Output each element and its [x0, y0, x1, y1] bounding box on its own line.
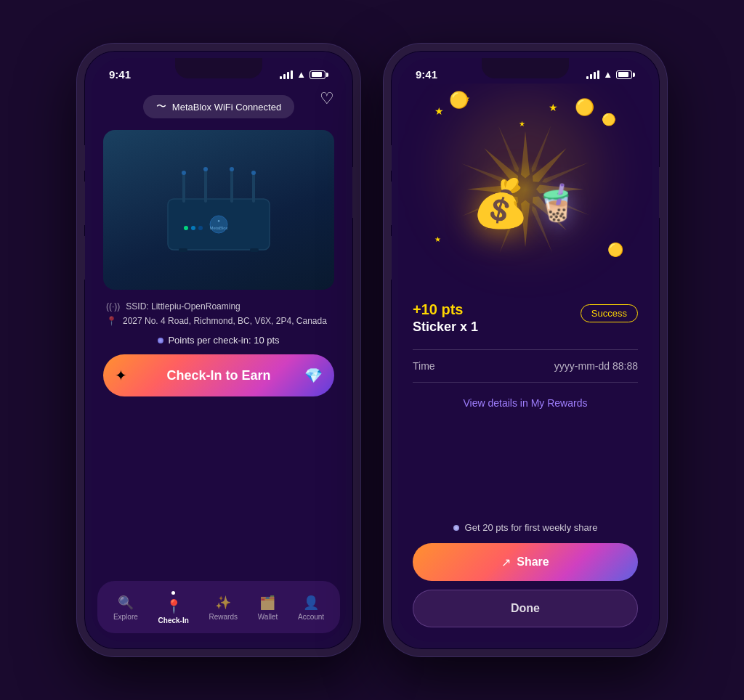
- svg-point-7: [230, 167, 234, 171]
- reward-points: +10 pts: [413, 301, 478, 318]
- done-button[interactable]: Done: [413, 590, 638, 627]
- points-dot: [158, 338, 163, 343]
- rewards-icon: ✨: [215, 595, 231, 611]
- svg-point-5: [182, 171, 186, 175]
- silent-button-2: [389, 145, 392, 171]
- volume-up-button-2: [389, 182, 392, 225]
- power-button: [352, 167, 355, 218]
- phone-2-frame: 9:41 ▲: [384, 44, 667, 656]
- explore-icon: 🔍: [118, 595, 134, 611]
- svg-point-8: [251, 171, 256, 175]
- svg-point-6: [203, 167, 208, 171]
- wifi-badge-icon: 〜: [156, 100, 166, 113]
- account-label: Account: [298, 613, 324, 621]
- treasure-chest-icon: 💰: [472, 176, 530, 231]
- ssid-text: SSID: Littlepiu-OpenRoaming: [126, 301, 240, 312]
- account-icon: 👤: [303, 595, 319, 611]
- notch: [175, 58, 262, 78]
- star-4: ★: [434, 235, 441, 243]
- svg-rect-15: [179, 248, 187, 252]
- heart-icon[interactable]: ♡: [320, 89, 334, 108]
- phone-1-screen: 9:41 ▲ ♡ 〜: [92, 58, 346, 642]
- reward-header: +10 pts Sticker x 1 Success: [413, 301, 638, 335]
- time-value: yyyy-mm-dd 88:88: [554, 360, 638, 372]
- router-card: ● MetaBlox: [103, 130, 334, 290]
- phone-2-screen: 9:41 ▲: [398, 58, 652, 642]
- signal-detail-icon: ((·)): [106, 301, 120, 312]
- svg-text:MetaBlox: MetaBlox: [209, 226, 227, 230]
- share-button-label: Share: [517, 555, 549, 569]
- share-icon: ↗: [501, 555, 511, 569]
- checkin-nav-icon: 📍: [166, 598, 182, 614]
- active-indicator: [171, 591, 175, 595]
- signal-icon: [280, 70, 293, 79]
- coin-3: 🟡: [602, 113, 616, 126]
- wallet-label: Wallet: [258, 613, 278, 621]
- screen-content: ♡ 〜 MetaBlox WiFi Connected: [92, 84, 346, 581]
- status-icons: ▲: [280, 69, 328, 80]
- address-row: 📍 2027 No. 4 Road, Richmond, BC, V6X, 2P…: [106, 316, 331, 326]
- power-button-2: [659, 167, 662, 218]
- svg-rect-1: [182, 174, 185, 203]
- nav-explore[interactable]: 🔍 Explore: [108, 592, 144, 624]
- silent-button: [82, 145, 85, 171]
- svg-rect-4: [252, 174, 255, 203]
- wifi-status-icon-2: ▲: [603, 69, 612, 80]
- volume-down-button-2: [389, 236, 392, 280]
- sparkle-right-icon: 💎: [304, 367, 323, 384]
- reward-item: Sticker x 1: [413, 320, 478, 335]
- share-prompt: Get 20 pts for first weekly share: [413, 522, 638, 533]
- time-label: Time: [413, 360, 435, 372]
- notch-2: [482, 58, 569, 78]
- ssid-row: ((·)) SSID: Littlepiu-OpenRoaming: [106, 301, 331, 312]
- star-1: ★: [434, 105, 444, 117]
- svg-point-12: [184, 226, 188, 230]
- reward-details: +10 pts Sticker x 1: [413, 301, 478, 335]
- star-3: ★: [549, 102, 558, 113]
- points-text: Points per check-in: 10 pts: [168, 335, 279, 346]
- wifi-badge-text: MetaBlox WiFi Connected: [172, 102, 281, 113]
- checkin-label: Check-In: [158, 616, 189, 624]
- sparkle-left-icon: ✦: [115, 367, 127, 384]
- done-button-label: Done: [511, 602, 540, 615]
- status-time: 9:41: [109, 68, 131, 81]
- volume-up-button: [82, 182, 85, 225]
- volume-down-button: [82, 236, 85, 280]
- nav-account[interactable]: 👤 Account: [292, 592, 330, 624]
- coin-4: 🟡: [607, 242, 623, 258]
- treasure-area: 💰 🧋: [472, 176, 579, 231]
- nav-rewards[interactable]: ✨ Rewards: [203, 592, 243, 624]
- battery-icon-2: [616, 70, 635, 79]
- reward-illustration: ★ ★ ★ ★ ★ 🟡 🟡 🟡 🟡 💰 🧋: [413, 84, 638, 301]
- wifi-connected-badge: 〜 MetaBlox WiFi Connected: [143, 95, 294, 118]
- nav-checkin[interactable]: 📍 Check-In: [153, 588, 195, 627]
- explore-label: Explore: [113, 613, 138, 621]
- svg-rect-2: [204, 170, 207, 203]
- battery-icon: [310, 70, 328, 79]
- signal-icon-2: [586, 70, 599, 79]
- share-button[interactable]: ↗ Share: [413, 543, 638, 581]
- svg-point-13: [191, 226, 195, 230]
- nav-wallet[interactable]: 🗂️ Wallet: [252, 592, 283, 624]
- phone-1: 9:41 ▲ ♡ 〜: [77, 44, 360, 656]
- star-5: ★: [519, 120, 525, 128]
- rewards-label: Rewards: [209, 613, 238, 621]
- router-info: ((·)) SSID: Littlepiu-OpenRoaming 📍 2027…: [103, 301, 334, 326]
- wallet-icon: 🗂️: [259, 595, 275, 611]
- share-prompt-dot: [453, 525, 459, 531]
- share-prompt-text: Get 20 pts for first weekly share: [465, 522, 598, 533]
- router-illustration: ● MetaBlox: [146, 163, 291, 257]
- svg-point-14: [198, 226, 203, 230]
- divider-2: [413, 382, 638, 383]
- time-row: Time yyyy-mm-dd 88:88: [413, 356, 638, 376]
- phone-1-frame: 9:41 ▲ ♡ 〜: [77, 44, 360, 656]
- bottom-nav: 🔍 Explore 📍 Check-In ✨ Rewards 🗂️ Wallet: [97, 581, 340, 633]
- address-text: 2027 No. 4 Road, Richmond, BC, V6X, 2P4,…: [123, 316, 327, 326]
- checkin-button[interactable]: ✦ Check-In to Earn 💎: [103, 354, 334, 396]
- coin-1: 🟡: [575, 98, 594, 117]
- location-icon: 📍: [106, 316, 117, 326]
- status-time-2: 9:41: [416, 68, 437, 81]
- divider-1: [413, 349, 638, 350]
- coin-2: 🟡: [449, 91, 469, 110]
- view-rewards-link[interactable]: View details in My Rewards: [413, 388, 638, 418]
